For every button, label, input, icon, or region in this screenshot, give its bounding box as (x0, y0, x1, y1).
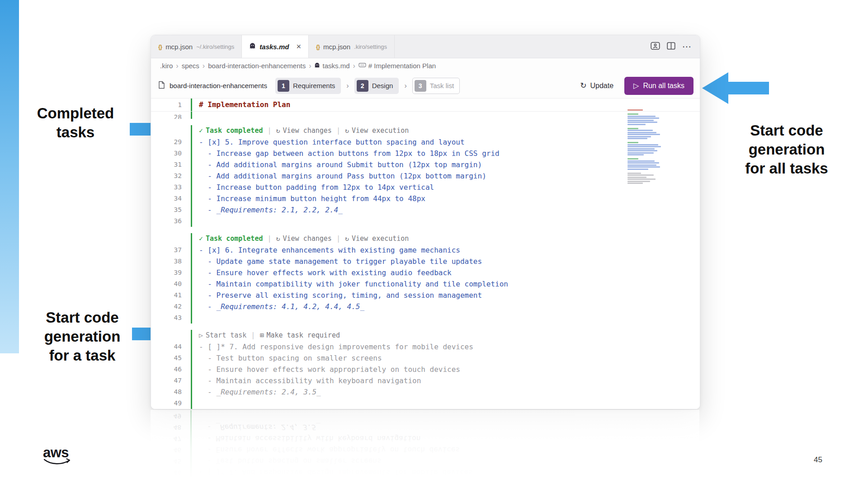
code-line-46[interactable]: 46 - Ensure hover effects work appropria… (151, 364, 700, 375)
accounts-panel-icon[interactable] (651, 42, 660, 52)
window-reflection: 1 # Implementation Plan 28 ✓Task complet… (151, 410, 699, 481)
code-line-33[interactable]: 33 - Increase button padding from 12px t… (151, 182, 700, 193)
history-icon: ↻ (345, 127, 349, 135)
chevron-right-icon: › (346, 82, 349, 90)
code-lens-done: ✓Task completed|↻View changes|↻View exec… (151, 233, 700, 244)
view-execution-link[interactable]: ↻View execution (345, 235, 409, 243)
history-icon: ↻ (276, 235, 280, 243)
split-editor-icon[interactable] (667, 42, 675, 52)
partially-scrolled-line: 28 (151, 112, 700, 119)
code-line-44[interactable]: 44- [ ]* 7. Add responsive design improv… (151, 341, 700, 352)
minimap-line (627, 138, 647, 139)
editor-lines: ✓Task completed|↻View changes|↻View exec… (151, 125, 700, 409)
view-execution-link[interactable]: ↻View execution (345, 127, 409, 135)
tab-label: tasks.md (259, 43, 289, 51)
make-task-required-link[interactable]: ⊞Make task required (259, 331, 340, 339)
code-line-37[interactable]: 37- [x] 6. Integrate enhancements with e… (151, 244, 700, 256)
tab-mcp-json-workspace[interactable]: {} mcp.json .kiro/settings (309, 35, 395, 58)
code-line-29[interactable]: 29- [x] 5. Improve question interface bu… (151, 136, 700, 148)
code-line-32[interactable]: 32 - Add additional margins around Pass … (151, 170, 700, 182)
spec-name: board-interaction-enhancements (170, 82, 267, 89)
minimap-line (627, 128, 638, 129)
list-icon: ⊞ (259, 331, 264, 339)
code-line-48[interactable]: 48 - _Requirements: 2.4, 3.5_ (151, 386, 700, 398)
line-number: 32 (151, 170, 191, 182)
code-editor[interactable]: 1 # Implementation Plan 28 ✓Task complet… (151, 99, 700, 409)
check-icon: ✓ (199, 235, 203, 243)
aws-logo-text: aws (43, 446, 71, 460)
code-lens-pending: ▷Start task|⊞Make task required (151, 330, 700, 341)
code-line-30[interactable]: 30 - Increase gap between action buttons… (151, 148, 700, 159)
code-line-42[interactable]: 42 - _Requirements: 4.1, 4.2, 4.4, 4.5_ (151, 301, 700, 312)
minimap-line (627, 117, 659, 119)
chevron-right-icon: › (203, 62, 205, 70)
minimap-line (627, 120, 654, 121)
run-all-tasks-button[interactable]: ▷ Run all tasks (624, 77, 693, 95)
more-actions-icon[interactable]: ⋯ (682, 41, 692, 52)
history-icon: ↻ (276, 127, 280, 135)
breadcrumb-item-specs[interactable]: specs (182, 62, 199, 70)
minimap-line (627, 116, 656, 117)
tab-description: .kiro/settings (354, 43, 387, 50)
code-line-47[interactable]: 47 - Maintain accessibility with keyboar… (151, 375, 700, 386)
step-design[interactable]: 2 Design (354, 78, 399, 94)
editor-window: {} mcp.json ~/.kiro/settings tasks.md × … (151, 35, 700, 409)
code-line-35[interactable]: 35 - _Requirements: 2.1, 2.2, 2.4_ (151, 204, 700, 216)
tab-mcp-json-user[interactable]: {} mcp.json ~/.kiro/settings (151, 35, 242, 58)
minimap-line (627, 160, 655, 162)
minimap-line (627, 136, 651, 137)
annotation-completed-tasks: Completed tasks (25, 104, 126, 142)
tab-tasks-md[interactable]: tasks.md × (242, 35, 309, 58)
code-line-39[interactable]: 39 - Ensure hover effects work with exis… (151, 267, 700, 278)
code-line-41[interactable]: 41 - Preserve all existing scoring, timi… (151, 290, 700, 301)
code-editor[interactable]: 1 # Implementation Plan 28 ✓Task complet… (151, 410, 699, 481)
breadcrumb-item-heading-symbol[interactable]: # Implementation Plan (359, 62, 436, 70)
code-line-45[interactable]: 45 - Test button spacing on smaller scre… (151, 352, 700, 364)
line-number: 44 (151, 341, 191, 352)
step-label: Design (372, 82, 393, 89)
minimap-line (627, 150, 657, 151)
check-icon: ✓ (199, 127, 203, 135)
minimap-line (627, 158, 638, 160)
document-icon (158, 81, 165, 91)
annotation-run-all-tasks: Start code generation for all tasks (733, 121, 840, 178)
minimap-line (627, 122, 657, 123)
json-braces-icon: {} (316, 43, 320, 50)
step-task-list[interactable]: 3 Task list (412, 78, 460, 94)
breadcrumb-item-spec-folder[interactable]: board-interaction-enhancements (208, 62, 306, 70)
code-line-31[interactable]: 31 - Add additional margins around Submi… (151, 159, 700, 170)
view-changes-link[interactable]: ↻View changes (276, 127, 332, 135)
code-line-43[interactable]: 43 (151, 312, 700, 324)
code-line-36[interactable]: 36 (151, 216, 700, 227)
line-number: 37 (151, 244, 191, 256)
step-label: Task list (430, 82, 454, 89)
minimap-line (627, 144, 658, 145)
step-requirements[interactable]: 1 Requirements (275, 78, 341, 94)
update-button[interactable]: ↻ Update (580, 81, 613, 90)
close-tab-icon[interactable]: × (296, 42, 301, 51)
code-line-34[interactable]: 34 - Increase minimum button height from… (151, 193, 700, 204)
code-line-49[interactable]: 49 (151, 398, 700, 409)
history-icon: ↻ (345, 235, 349, 243)
sticky-heading-text: # Implementation Plan (191, 99, 700, 111)
breadcrumb-item-kiro[interactable]: .kiro (160, 62, 173, 70)
code-line-40[interactable]: 40 - Maintain compatibility with joker f… (151, 278, 700, 290)
step-number-badge: 2 (357, 80, 368, 92)
sticky-heading-row[interactable]: 1 # Implementation Plan (151, 99, 700, 112)
breadcrumb-item-tasks-md[interactable]: tasks.md (314, 62, 349, 70)
line-number: 47 (151, 375, 191, 386)
step-label: Requirements (293, 82, 335, 89)
view-changes-link[interactable]: ↻View changes (276, 235, 332, 243)
play-icon: ▷ (199, 331, 203, 339)
start-task-link[interactable]: ▷Start task (199, 331, 246, 339)
symbol-string-icon (359, 62, 366, 70)
minimap[interactable] (627, 109, 675, 185)
line-number: 42 (151, 301, 191, 312)
kiro-ghost-icon (314, 62, 320, 70)
line-number: 31 (151, 159, 191, 170)
line-number: 1 (151, 99, 191, 111)
lens-separator: | (263, 235, 276, 243)
code-line-38[interactable]: 38 - Update game state management to tri… (151, 256, 700, 267)
minimap-line (627, 152, 654, 154)
chevron-right-icon: › (309, 62, 311, 70)
